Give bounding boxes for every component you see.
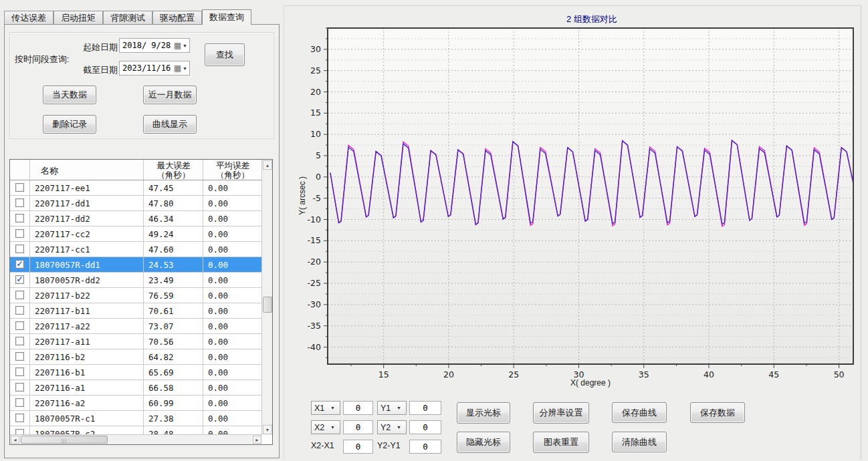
y1-cursor-select[interactable]: Y1▼: [377, 401, 407, 415]
table-row[interactable]: ✓18070057R-dd124.530.00: [10, 257, 262, 273]
cell-avg-error: 0.00: [203, 180, 261, 195]
row-checkbox[interactable]: ✓: [15, 260, 24, 269]
cell-name: 2207117-ee1: [29, 180, 143, 195]
start-date-picker[interactable]: ▦ ▼: [119, 38, 190, 53]
table-row[interactable]: 2207116-a166.580.00: [10, 380, 262, 396]
start-date-input[interactable]: [120, 41, 174, 50]
table-row[interactable]: ✓18070057R-dd223.490.00: [10, 273, 262, 288]
row-checkbox[interactable]: [15, 383, 24, 392]
x2-cursor-select[interactable]: X2▼: [311, 420, 340, 434]
row-checkbox[interactable]: [15, 306, 24, 315]
end-date-picker[interactable]: ▦ ▼: [119, 61, 190, 75]
row-checkbox[interactable]: [15, 291, 24, 299]
calendar-icon[interactable]: ▦: [174, 41, 181, 49]
delta-x-field[interactable]: [343, 440, 373, 454]
scroll-left-button[interactable]: ◄: [11, 436, 19, 444]
cell-avg-error: 0.00: [203, 380, 261, 395]
chevron-down-icon: ▼: [397, 425, 401, 430]
svg-text:15: 15: [378, 369, 389, 379]
svg-text:-10: -10: [308, 214, 321, 224]
row-checkbox[interactable]: [15, 245, 24, 253]
tab-2[interactable]: 背隙测试: [103, 11, 152, 24]
search-button[interactable]: 查找: [205, 43, 245, 66]
delete-record-button[interactable]: 删除记录: [43, 115, 96, 134]
scroll-up-button[interactable]: ▲: [263, 160, 272, 170]
y1-value-field[interactable]: [409, 401, 441, 415]
tab-1[interactable]: 启动扭矩: [53, 11, 103, 24]
row-checkbox[interactable]: [15, 414, 24, 422]
scroll-right-button[interactable]: ►: [253, 436, 261, 444]
table-row[interactable]: 2207116-b165.690.00: [10, 365, 262, 380]
row-checkbox[interactable]: ✓: [15, 275, 24, 284]
table-row[interactable]: 2207117-cc249.240.00: [10, 226, 262, 242]
cell-max-error: 47.45: [143, 180, 203, 195]
row-checkbox[interactable]: [15, 214, 24, 222]
svg-text:-35: -35: [308, 321, 321, 331]
table-row[interactable]: 2207117-dd246.340.00: [10, 211, 262, 226]
cell-name: 18070057R-dd2: [29, 273, 143, 287]
table-row[interactable]: 2207117-a2273.070.00: [10, 319, 262, 334]
cell-name: 18070057R-c1: [29, 411, 143, 426]
cell-name: 2207117-cc1: [29, 242, 143, 257]
svg-text:30: 30: [310, 44, 321, 54]
chart-plot[interactable]: -40-35-30-25-20-15-10-505101520253015202…: [284, 0, 868, 396]
row-checkbox[interactable]: [15, 367, 24, 376]
row-checkbox[interactable]: [15, 337, 24, 345]
vertical-scrollbar[interactable]: ▲ ▼: [261, 160, 272, 435]
end-date-input[interactable]: [120, 63, 174, 73]
table-row[interactable]: 2207117-cc147.600.00: [10, 242, 262, 257]
horizontal-scrollbar[interactable]: ◄ ||| ►: [10, 434, 262, 444]
query-section-label: 按时间段查询:: [15, 53, 70, 65]
hide-cursor-button[interactable]: 隐藏光标: [457, 432, 510, 453]
clear-curve-button[interactable]: 清除曲线: [612, 432, 667, 452]
col-header-max-error: 最大误差（角秒）: [144, 161, 203, 180]
horizontal-scroll-thumb[interactable]: |||: [21, 436, 108, 444]
cell-avg-error: 0.00: [203, 365, 261, 379]
table-row[interactable]: 2207116-a260.990.00: [10, 396, 262, 411]
table-row[interactable]: 2207117-b1170.610.00: [10, 303, 262, 319]
last-month-data-button[interactable]: 近一月数据: [143, 86, 197, 104]
row-checkbox[interactable]: [15, 198, 24, 207]
row-checkbox[interactable]: [15, 229, 24, 238]
save-data-button[interactable]: 保存数据: [690, 402, 745, 423]
cell-name: 2207117-dd1: [29, 196, 143, 210]
table-row[interactable]: 2207117-ee147.450.00: [10, 180, 262, 196]
row-checkbox[interactable]: [15, 183, 24, 192]
calendar-icon[interactable]: ▦: [174, 64, 181, 72]
tab-4[interactable]: 数据查询: [202, 9, 251, 25]
y2-cursor-select[interactable]: Y2▼: [377, 420, 407, 434]
end-date-label: 截至日期: [83, 64, 118, 76]
chevron-down-icon[interactable]: ▼: [183, 66, 187, 71]
table-row[interactable]: 2207117-a1170.560.00: [10, 334, 262, 349]
table-row[interactable]: 18070057R-c127.380.00: [10, 411, 262, 426]
cell-max-error: 70.61: [143, 303, 203, 318]
svg-text:40: 40: [703, 369, 714, 379]
chart-reset-button[interactable]: 图表重置: [533, 432, 589, 453]
x2-value-field[interactable]: [343, 420, 373, 434]
cell-avg-error: 0.00: [203, 211, 261, 226]
cell-avg-error: 0.00: [203, 396, 261, 410]
resolution-settings-button[interactable]: 分辨率设置: [533, 402, 589, 424]
cell-max-error: 24.53: [143, 257, 203, 272]
y2-value-field[interactable]: [409, 420, 441, 434]
scroll-down-button[interactable]: ▼: [263, 425, 272, 434]
tab-0[interactable]: 传达误差: [4, 11, 53, 24]
cell-max-error: 27.38: [143, 411, 203, 426]
table-row[interactable]: 2207117-b2276.590.00: [10, 288, 262, 303]
row-checkbox[interactable]: [15, 398, 24, 407]
show-cursor-button[interactable]: 显示光标: [457, 402, 510, 424]
vertical-scroll-thumb[interactable]: [263, 297, 272, 313]
today-data-button[interactable]: 当天数据: [43, 86, 96, 104]
tab-3[interactable]: 驱动配置: [152, 11, 202, 24]
table-row[interactable]: 2207117-dd147.800.00: [10, 196, 262, 211]
curve-display-button[interactable]: 曲线显示: [143, 115, 197, 134]
row-checkbox[interactable]: [15, 352, 24, 361]
delta-y-field[interactable]: [409, 440, 441, 454]
chevron-down-icon[interactable]: ▼: [183, 43, 187, 48]
table-row[interactable]: 2207116-b264.820.00: [10, 349, 262, 365]
row-checkbox[interactable]: [15, 321, 24, 330]
table-body: 2207117-ee147.450.002207117-dd147.800.00…: [10, 180, 262, 435]
x1-cursor-select[interactable]: X1▼: [311, 401, 340, 415]
x1-value-field[interactable]: [343, 401, 373, 415]
save-curve-button[interactable]: 保存曲线: [612, 402, 667, 423]
